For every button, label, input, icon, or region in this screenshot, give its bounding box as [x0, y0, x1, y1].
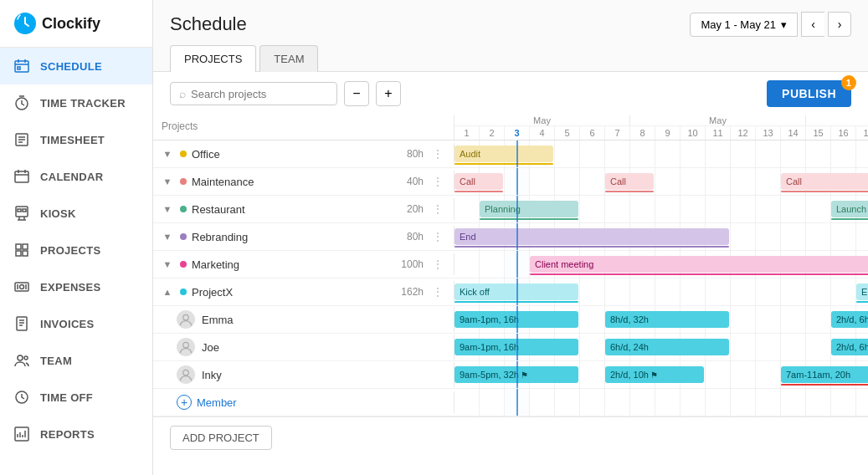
day-label-15: 15 — [806, 126, 831, 140]
event-bar[interactable]: Call — [781, 173, 868, 190]
event-bar[interactable]: Planning — [480, 201, 578, 217]
zoom-in-button[interactable]: + — [376, 81, 401, 106]
sidebar-item-projects[interactable]: PROJECTS — [0, 232, 152, 268]
bar-flag-icon: ⚑ — [521, 370, 528, 380]
expand-restaurant[interactable]: ▼ — [160, 202, 175, 217]
bar-underline — [455, 163, 553, 165]
date-range-button[interactable]: May 1 - May 21 ▾ — [690, 13, 798, 37]
event-bar[interactable]: 2h/d, 6h — [831, 311, 868, 328]
cell-day-11 — [706, 140, 731, 167]
event-bar[interactable]: 6h/d, 24h — [605, 339, 729, 355]
project-hours-office: 80h — [390, 148, 424, 160]
expand-marketing[interactable]: ▼ — [160, 257, 175, 272]
day-label-13: 13 — [756, 126, 781, 140]
cell-day-9 — [655, 196, 681, 222]
cell-day-15 — [806, 306, 831, 333]
invoices-icon — [13, 315, 30, 332]
zoom-out-button[interactable]: − — [344, 81, 369, 106]
expand-rebranding[interactable]: ▼ — [160, 229, 175, 244]
calendar-icon — [13, 168, 30, 185]
event-bar[interactable]: End — [856, 283, 868, 300]
prev-period-button[interactable]: ‹ — [801, 12, 824, 37]
project-dot-marketing — [180, 261, 187, 268]
event-bar[interactable]: Launch — [831, 201, 868, 217]
search-input[interactable] — [191, 88, 328, 100]
svg-point-12 — [24, 356, 28, 360]
expand-maintenance[interactable]: ▼ — [160, 174, 175, 189]
sidebar-item-team[interactable]: TEAM — [0, 342, 152, 379]
project-options-restaurant[interactable]: ⋮ — [429, 202, 447, 216]
sidebar-item-expenses[interactable]: EXPENSES — [0, 268, 152, 305]
svg-point-15 — [183, 314, 189, 320]
cell-day-10 — [681, 389, 706, 416]
cell-day-11 — [706, 196, 731, 222]
cell-day-15 — [806, 196, 831, 222]
cell-day-1 — [455, 389, 480, 416]
event-bar[interactable]: Call — [605, 173, 654, 190]
cell-day-6 — [580, 196, 605, 222]
add-project-button[interactable]: ADD PROJECT — [170, 426, 272, 450]
sidebar-item-label-schedule: SCHEDULE — [40, 60, 102, 73]
project-options-office[interactable]: ⋮ — [429, 147, 447, 161]
event-bar[interactable]: 2h/d, 6h — [831, 339, 868, 355]
project-dot-rebranding — [180, 233, 187, 240]
add-member-button[interactable]: + — [177, 395, 192, 410]
event-bar[interactable]: 7am-11am, 20h — [781, 366, 868, 383]
cell-day-14 — [781, 334, 806, 360]
tab-team[interactable]: TEAM — [259, 45, 318, 72]
event-bar[interactable]: Audit — [455, 146, 553, 162]
date-nav: May 1 - May 21 ▾ ‹ › — [690, 12, 851, 37]
cell-day-2 — [480, 389, 505, 416]
publish-button[interactable]: PUBLISH 1 — [767, 80, 851, 107]
cell-day-10 — [681, 168, 706, 195]
cell-day-15 — [806, 223, 831, 250]
event-bar[interactable]: 2h/d, 10h⚑ — [605, 366, 704, 383]
project-options-rebranding[interactable]: ⋮ — [429, 230, 447, 243]
project-dot-projectx — [180, 289, 187, 295]
reports-icon — [13, 426, 30, 442]
cell-day-16 — [831, 278, 856, 305]
sidebar-item-timesheet[interactable]: TIMESHEET — [0, 121, 152, 158]
expand-projectx[interactable]: ▲ — [160, 284, 175, 299]
project-name-maintenance: Maintenance — [192, 176, 385, 188]
project-options-projectx[interactable]: ⋮ — [429, 285, 447, 299]
event-bar[interactable]: 8h/d, 32h — [605, 311, 729, 328]
project-options-marketing[interactable]: ⋮ — [429, 258, 447, 271]
event-bar[interactable]: Client meeting — [530, 256, 868, 273]
date-range-label: May 1 - May 21 — [701, 18, 776, 31]
cell-day-8 — [630, 196, 655, 222]
cell-day-13 — [756, 306, 781, 333]
tab-projects[interactable]: PROJECTS — [170, 45, 256, 72]
sidebar-item-time-off[interactable]: TIME OFF — [0, 379, 152, 416]
cell-day-9 — [655, 389, 681, 416]
cell-day-17 — [856, 223, 868, 250]
bar-underline — [455, 191, 503, 192]
member-info-inky: Inky — [153, 362, 455, 387]
next-period-button[interactable]: › — [828, 12, 851, 37]
sidebar-item-schedule[interactable]: SCHEDULE — [0, 48, 152, 84]
row-cells: End — [455, 223, 868, 250]
toolbar: ⌕ − + PUBLISH 1 — [153, 72, 868, 115]
schedule-icon — [13, 58, 30, 74]
member-info-emma: Emma — [153, 307, 455, 332]
main-content: Schedule May 1 - May 21 ▾ ‹ › PROJECTS T… — [153, 0, 868, 475]
cell-day-12 — [731, 361, 756, 388]
project-name-projectx: ProjectX — [192, 286, 385, 299]
sidebar-item-calendar[interactable]: CALENDAR — [0, 158, 152, 195]
expand-office[interactable]: ▼ — [160, 146, 175, 161]
project-options-maintenance[interactable]: ⋮ — [429, 175, 447, 188]
event-bar[interactable]: Call — [455, 173, 503, 190]
sidebar-item-time-tracker[interactable]: TIME TRACKER — [0, 84, 152, 121]
sidebar-item-kiosk[interactable]: KIOSK — [0, 195, 152, 232]
event-bar[interactable]: End — [455, 228, 729, 245]
add-member-label[interactable]: Member — [197, 396, 237, 409]
project-info-maintenance: ▼ Maintenance 40h ⋮ — [153, 171, 455, 192]
svg-point-11 — [18, 355, 23, 360]
app-name: Clockify — [42, 15, 100, 33]
day-label-8: 8 — [630, 126, 655, 140]
sidebar-item-label-projects: PROJECTS — [40, 244, 100, 257]
sidebar-item-reports[interactable]: REPORTS — [0, 416, 152, 452]
timesheet-icon — [13, 131, 30, 148]
cell-day-12 — [731, 223, 756, 250]
sidebar-item-invoices[interactable]: INVOICES — [0, 305, 152, 342]
